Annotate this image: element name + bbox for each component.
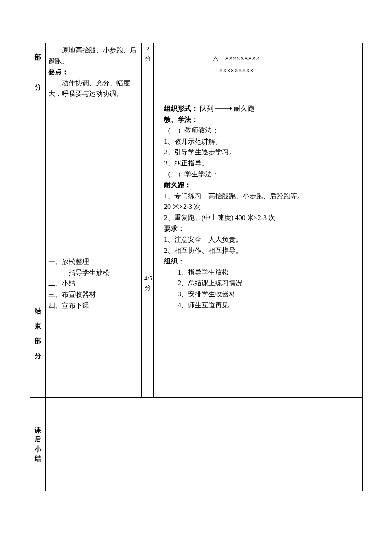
content-main: 原地高抬腿、小步跑、后蹬跑。 <box>48 45 139 66</box>
section-char: 课 <box>33 425 43 435</box>
org-before: 队列 <box>200 105 213 112</box>
student-label: （二）学生学法： <box>164 169 308 180</box>
section-char: 小 <box>33 445 43 454</box>
section-char: 后 <box>33 435 43 444</box>
list-item: 2、相互协作、相互指导。 <box>164 245 308 256</box>
formation-diagram-line: ××××××××× <box>164 65 308 77</box>
section-label-end: 结 束 部 分 <box>30 101 46 397</box>
time-value: 2分 <box>145 46 151 62</box>
run-label: 耐久跑： <box>164 179 308 191</box>
time-cell: 2分 <box>142 43 154 101</box>
teacher-label: （一）教师教法： <box>164 125 308 136</box>
section-label-part: 部 分 <box>30 43 46 101</box>
req-label: 要求： <box>164 223 308 234</box>
time-value: 4/5分 <box>144 275 152 291</box>
method-cell: 组织形式： 队列 耐久跑 教、学法： （一）教师教法： 1、教师示范讲解。 2、… <box>161 101 311 397</box>
list-item: 4、师生互道再见 <box>164 300 308 311</box>
org-label: 组织形式： <box>164 105 198 112</box>
list-item: 1、指导学生放松 <box>164 267 308 278</box>
empty-cell <box>311 43 363 101</box>
section-label-summary: 课 后 小 结 <box>30 398 46 491</box>
diagram-cell: △ ××××××××× ××××××××× <box>161 43 311 101</box>
table-row: 部 分 原地高抬腿、小步跑、后蹬跑。 要点： 动作协调、充分、幅度大，呼吸要与运… <box>30 43 363 101</box>
list-item: 2、重复跑。(中上速度) 400 米×2-3 次 <box>164 212 308 223</box>
formation-diagram-line: △ ××××××××× <box>164 52 308 65</box>
list-item: 一、放松整理 <box>48 256 139 267</box>
section-char: 结 <box>33 454 43 463</box>
svg-marker-1 <box>230 107 232 110</box>
content-cell-end: 一、放松整理 指导学生放松 二、小结 三、布置收器材 四、宣布下课 <box>46 101 142 397</box>
time-cell-end: 4/5分 <box>142 101 154 397</box>
org-label2: 组织： <box>164 256 308 267</box>
section-char: 束 <box>33 318 43 333</box>
org-after: 耐久跑 <box>234 105 254 112</box>
list-item: 2、引导学生逐步学习。 <box>164 147 308 158</box>
empty-cell <box>311 101 363 397</box>
section-char: 部 <box>33 49 43 64</box>
org-form-line: 组织形式： 队列 耐久跑 <box>164 103 308 114</box>
list-item: 三、布置收器材 <box>48 289 139 300</box>
list-item: 二、小结 <box>48 278 139 289</box>
list-item: 1、专门练习：高抬腿跑、小步跑、后蹬跑等。20 米×2-3 次 <box>164 191 308 212</box>
list-item: 2、总结课上练习情况 <box>164 278 308 289</box>
section-char: 分 <box>33 80 43 95</box>
section-char: 分 <box>33 348 43 363</box>
summary-cell <box>46 398 363 491</box>
list-item: 1、教师示范讲解。 <box>164 136 308 147</box>
list-item: 1、注意安全，人人负责。 <box>164 234 308 245</box>
section-char: 结 <box>33 304 43 318</box>
list-item: 3、安排学生收器材 <box>164 289 308 300</box>
content-cell: 原地高抬腿、小步跑、后蹬跑。 要点： 动作协调、充分、幅度大，呼吸要与运动协调。 <box>46 43 142 101</box>
lesson-plan-table: 部 分 原地高抬腿、小步跑、后蹬跑。 要点： 动作协调、充分、幅度大，呼吸要与运… <box>30 43 363 491</box>
separator-cell <box>154 101 161 397</box>
points-label: 要点： <box>48 66 139 78</box>
points-text: 动作协调、充分、幅度大，呼吸要与运动协调。 <box>48 78 139 99</box>
method-label: 教、学法： <box>164 114 308 125</box>
table-row: 课 后 小 结 <box>30 398 363 491</box>
section-char: 部 <box>33 333 43 348</box>
arrow-right-icon <box>215 106 232 111</box>
list-item: 四、宣布下课 <box>48 300 139 311</box>
list-item: 指导学生放松 <box>48 267 139 278</box>
separator-cell <box>154 43 161 101</box>
list-item: 3、纠正指导。 <box>164 158 308 169</box>
